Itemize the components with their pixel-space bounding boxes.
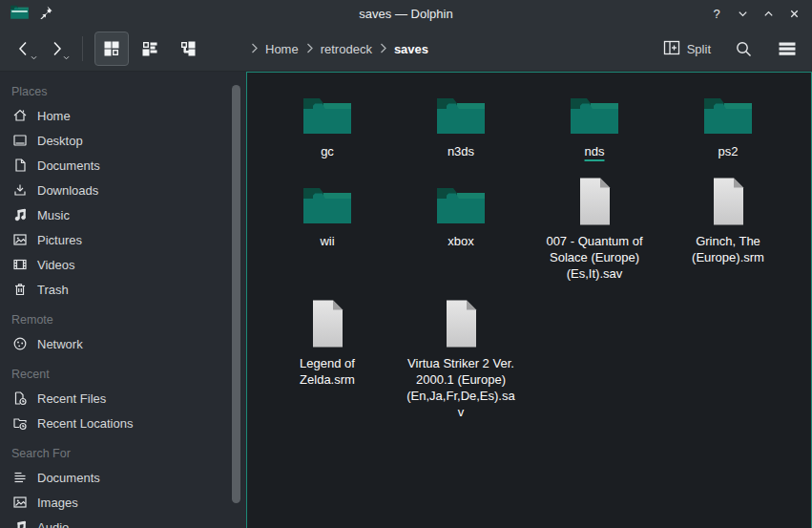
video-icon: [12, 257, 28, 272]
sidebar-item-label: Recent Files: [37, 391, 106, 406]
folder-item-ps2[interactable]: ps2: [661, 85, 795, 159]
close-button[interactable]: [785, 5, 802, 22]
folder-item-label: xbox: [448, 233, 473, 249]
sidebar-item-search-audio[interactable]: Audio: [0, 515, 246, 528]
sidebar-item-label: Videos: [37, 258, 75, 272]
network-icon: [12, 336, 28, 351]
back-history-caret[interactable]: [31, 49, 37, 63]
sidebar-item-videos[interactable]: Videos: [0, 252, 246, 277]
sidebar-item-label: Documents: [37, 158, 100, 173]
folder-item-wii[interactable]: wii: [260, 175, 394, 282]
folder-icon: [301, 175, 354, 226]
help-button[interactable]: ?: [708, 5, 725, 22]
file-icon: [709, 175, 747, 226]
section-title-recent: Recent: [0, 362, 246, 386]
folder-icon: [434, 175, 488, 226]
icons-view-button[interactable]: [94, 32, 129, 66]
sidebar-item-downloads[interactable]: Downloads: [0, 178, 246, 202]
sidebar-item-label: Music: [37, 208, 70, 222]
section-title-search-for: Search For: [0, 441, 246, 465]
sidebar-item-label: Audio: [37, 520, 69, 528]
minimize-button[interactable]: [734, 5, 751, 22]
trash-icon: [12, 282, 28, 297]
music-icon: [12, 207, 28, 222]
forward-button[interactable]: [42, 32, 71, 66]
search-button[interactable]: [728, 32, 759, 66]
sidebar-item-pictures[interactable]: Pictures: [0, 227, 246, 252]
sidebar-item-recent-files[interactable]: Recent Files: [0, 386, 246, 411]
window-title: saves — Dolphin: [0, 7, 812, 21]
image-icon: [12, 232, 28, 247]
sidebar-item-network[interactable]: Network: [0, 331, 246, 356]
folder-view[interactable]: gc n3ds nds ps2 wii: [246, 72, 812, 528]
folder-item-n3ds[interactable]: n3ds: [394, 85, 528, 159]
sidebar-item-desktop[interactable]: Desktop: [0, 128, 246, 153]
sidebar-item-music[interactable]: Music: [0, 202, 246, 227]
sidebar-item-recent-locations[interactable]: Recent Locations: [0, 411, 246, 435]
sidebar-item-label: Documents: [37, 471, 100, 485]
file-grid: gc n3ds nds ps2 wii: [260, 85, 799, 435]
chevron-right-icon: [379, 42, 387, 56]
sidebar-item-label: Network: [37, 337, 83, 351]
hamburger-menu-button[interactable]: [772, 32, 802, 66]
file-item-007-quantum-of-solace[interactable]: 007 - Quantum of Solace (Europe) (Es,It)…: [528, 175, 661, 282]
sidebar-item-label: Recent Locations: [37, 416, 133, 431]
breadcrumb-current[interactable]: saves: [394, 42, 428, 56]
sidebar-item-search-images[interactable]: Images: [0, 490, 246, 515]
breadcrumb-home[interactable]: Home: [265, 42, 299, 56]
sidebar-scrollbar[interactable]: [232, 85, 240, 503]
file-item-label: Grinch, The (Europe).srm: [674, 233, 782, 265]
maximize-button[interactable]: [760, 5, 777, 22]
file-item-grinch-the[interactable]: Grinch, The (Europe).srm: [661, 175, 795, 282]
folder-icon: [434, 85, 488, 137]
folder-item-label: gc: [321, 143, 334, 159]
toolbar: Home retrodeck saves Split: [0, 27, 812, 72]
split-button[interactable]: Split: [659, 32, 715, 66]
sidebar-item-search-documents[interactable]: Documents: [0, 465, 246, 490]
forward-history-caret[interactable]: [63, 49, 70, 63]
chevron-right-icon: [305, 42, 314, 56]
document-icon: [12, 158, 28, 173]
sidebar-item-documents[interactable]: Documents: [0, 153, 246, 178]
file-item-virtua-striker-2[interactable]: Virtua Striker 2 Ver. 2000.1 (Europe) (E…: [394, 297, 528, 420]
dolphin-window: saves — Dolphin ?: [0, 0, 812, 528]
section-title-places: Places: [0, 79, 246, 103]
file-item-label: Legend of Zelda.srm: [273, 355, 382, 388]
folder-item-gc[interactable]: gc: [260, 85, 394, 159]
file-item-label: 007 - Quantum of Solace (Europe) (Es,It)…: [540, 233, 649, 282]
folder-item-label: nds: [585, 143, 605, 159]
file-icon: [308, 297, 346, 348]
pin-icon[interactable]: [39, 5, 53, 22]
search-documents-icon: [12, 470, 28, 485]
chevron-right-icon: [250, 42, 259, 56]
file-item-label: Virtua Striker 2 Ver. 2000.1 (Europe) (E…: [406, 355, 515, 420]
recent-files-icon: [12, 391, 28, 406]
split-view-icon: [663, 40, 680, 58]
desktop-icon: [12, 133, 28, 148]
sidebar-item-label: Home: [37, 109, 71, 123]
app-folder-icon: [10, 4, 30, 23]
file-item-legend-of-zelda[interactable]: Legend of Zelda.srm: [260, 297, 394, 420]
sidebar-item-label: Images: [37, 496, 78, 510]
back-button[interactable]: [10, 32, 38, 66]
tree-view-button[interactable]: [171, 32, 205, 66]
folder-item-label: n3ds: [448, 143, 474, 159]
recent-locations-icon: [12, 415, 28, 431]
folder-icon: [301, 85, 354, 137]
folder-item-nds[interactable]: nds: [528, 85, 661, 159]
folder-icon: [568, 85, 621, 137]
titlebar: saves — Dolphin ?: [0, 0, 812, 27]
download-icon: [12, 182, 28, 198]
search-audio-icon: [12, 519, 28, 528]
section-title-remote: Remote: [0, 307, 246, 331]
sidebar-item-home[interactable]: Home: [0, 103, 246, 128]
split-button-label: Split: [687, 42, 711, 56]
breadcrumb-retrodeck[interactable]: retrodeck: [321, 42, 372, 56]
folder-item-label: ps2: [718, 143, 739, 159]
search-images-icon: [12, 495, 28, 510]
details-view-button[interactable]: [133, 32, 167, 66]
sidebar-item-trash[interactable]: Trash: [0, 277, 246, 302]
folder-item-xbox[interactable]: xbox: [394, 175, 528, 282]
folder-icon: [701, 85, 755, 137]
sidebar-item-label: Desktop: [37, 134, 83, 148]
